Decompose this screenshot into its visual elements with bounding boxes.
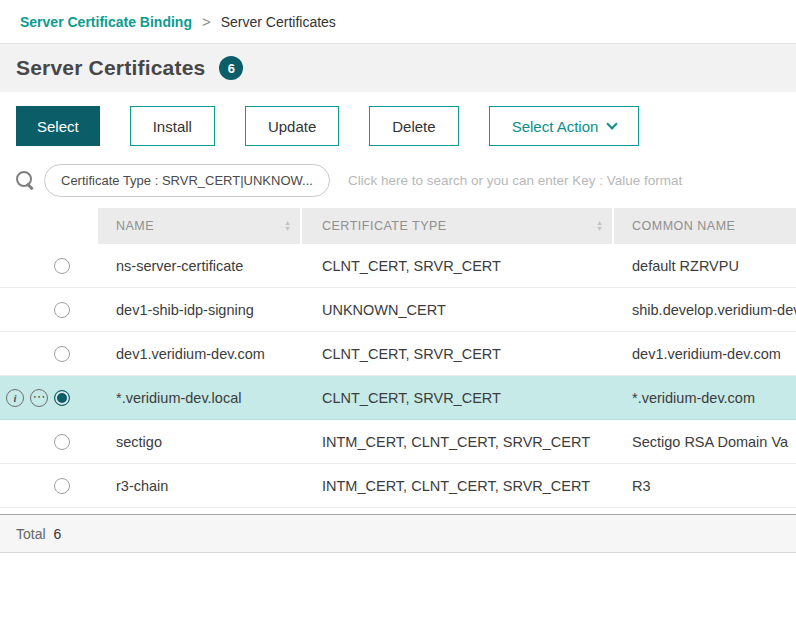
certificates-table: NAME CERTIFICATE TYPE COMMON NAME ns-ser… xyxy=(0,208,796,508)
delete-button[interactable]: Delete xyxy=(369,106,458,146)
ellipsis-icon[interactable] xyxy=(30,389,48,407)
total-value: 6 xyxy=(54,526,62,542)
cell-common-name: *.veridium-dev.com xyxy=(614,376,796,419)
row-radio-button[interactable] xyxy=(54,258,70,274)
cell-name: sectigo xyxy=(98,420,300,463)
info-icon[interactable] xyxy=(6,389,24,407)
select-action-label: Select Action xyxy=(512,118,599,135)
table-header-select-column xyxy=(0,208,96,244)
cell-certificate-type: CLNT_CERT, SRVR_CERT xyxy=(302,332,612,375)
title-band: Server Certificates 6 xyxy=(0,44,796,92)
search-input[interactable]: Click here to search or you can enter Ke… xyxy=(348,173,784,188)
table-footer: Total 6 xyxy=(0,515,796,553)
breadcrumb-link-server-certificate-binding[interactable]: Server Certificate Binding xyxy=(20,14,192,30)
cell-common-name: Sectigo RSA Domain Va xyxy=(614,420,796,463)
table-row: r3-chain INTM_CERT, CLNT_CERT, SRVR_CERT… xyxy=(0,464,796,508)
cell-certificate-type: CLNT_CERT, SRVR_CERT xyxy=(302,376,612,419)
select-button[interactable]: Select xyxy=(16,106,100,146)
cell-common-name: default RZRVPU xyxy=(614,244,796,287)
row-radio-button-checked[interactable] xyxy=(54,390,70,406)
cell-common-name: shib.develop.veridium-dev xyxy=(614,288,796,331)
sort-icon[interactable] xyxy=(597,220,602,232)
toolbar: Select Install Update Delete Select Acti… xyxy=(16,106,780,146)
cell-name: dev1-shib-idp-signing xyxy=(98,288,300,331)
count-badge: 6 xyxy=(219,56,243,80)
cell-common-name: R3 xyxy=(614,464,796,507)
total-label: Total xyxy=(16,526,46,542)
cell-name: dev1.veridium-dev.com xyxy=(98,332,300,375)
table-row: sectigo INTM_CERT, CLNT_CERT, SRVR_CERT … xyxy=(0,420,796,464)
table-row: dev1-shib-idp-signing UNKNOWN_CERT shib.… xyxy=(0,288,796,332)
chevron-down-icon xyxy=(607,118,618,129)
table-row-selected: *.veridium-dev.local CLNT_CERT, SRVR_CER… xyxy=(0,376,796,420)
cell-name: *.veridium-dev.local xyxy=(98,376,300,419)
cell-certificate-type: INTM_CERT, CLNT_CERT, SRVR_CERT xyxy=(302,464,612,507)
cell-certificate-type: UNKNOWN_CERT xyxy=(302,288,612,331)
breadcrumb-separator: > xyxy=(202,13,211,30)
table-header-common-name[interactable]: COMMON NAME xyxy=(614,208,796,244)
search-bar: Certificate Type : SRVR_CERT|UNKNOW... C… xyxy=(0,158,796,202)
table-header-row: NAME CERTIFICATE TYPE COMMON NAME xyxy=(0,208,796,244)
row-radio-button[interactable] xyxy=(54,478,70,494)
cell-certificate-type: CLNT_CERT, SRVR_CERT xyxy=(302,244,612,287)
table-row: ns-server-certificate CLNT_CERT, SRVR_CE… xyxy=(0,244,796,288)
cell-common-name: dev1.veridium-dev.com xyxy=(614,332,796,375)
breadcrumb-current: Server Certificates xyxy=(221,14,336,30)
row-radio-button[interactable] xyxy=(54,302,70,318)
page-title: Server Certificates xyxy=(16,56,205,80)
sort-icon[interactable] xyxy=(285,220,290,232)
cell-name: r3-chain xyxy=(98,464,300,507)
cell-certificate-type: INTM_CERT, CLNT_CERT, SRVR_CERT xyxy=(302,420,612,463)
filter-chip-certificate-type[interactable]: Certificate Type : SRVR_CERT|UNKNOW... xyxy=(44,164,330,197)
breadcrumb: Server Certificate Binding > Server Cert… xyxy=(0,0,796,44)
table-row: dev1.veridium-dev.com CLNT_CERT, SRVR_CE… xyxy=(0,332,796,376)
install-button[interactable]: Install xyxy=(130,106,215,146)
search-icon xyxy=(16,171,34,189)
table-header-certificate-type[interactable]: CERTIFICATE TYPE xyxy=(302,208,612,244)
cell-name: ns-server-certificate xyxy=(98,244,300,287)
update-button[interactable]: Update xyxy=(245,106,339,146)
row-radio-button[interactable] xyxy=(54,346,70,362)
table-header-name[interactable]: NAME xyxy=(98,208,300,244)
select-action-dropdown[interactable]: Select Action xyxy=(489,106,640,146)
row-radio-button[interactable] xyxy=(54,434,70,450)
